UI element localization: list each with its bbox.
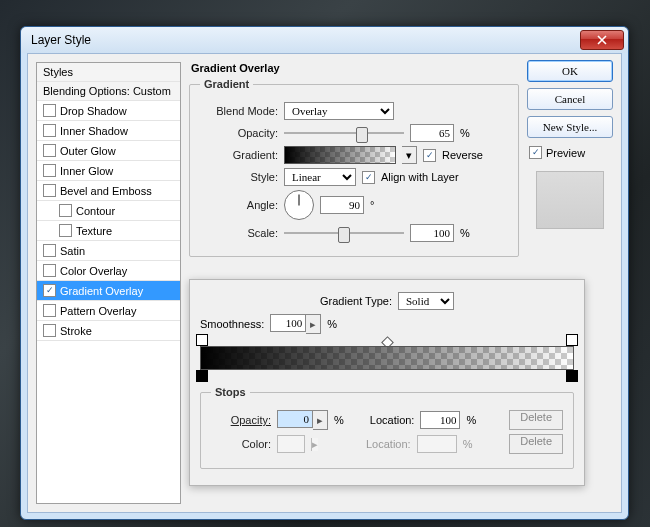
pct-label-2: % — [460, 227, 470, 239]
action-buttons: OK Cancel New Style... Preview — [527, 60, 613, 229]
ok-button[interactable]: OK — [527, 60, 613, 82]
gradient-type-select[interactable]: Solid — [398, 292, 454, 310]
pct-label-6: % — [463, 438, 473, 450]
smoothness-spinner[interactable]: ▸ — [270, 314, 321, 334]
align-label: Align with Layer — [381, 171, 459, 183]
stop-color-swatch — [277, 435, 305, 453]
sidebar-item-label: Pattern Overlay — [60, 305, 136, 317]
pct-label-5: % — [466, 414, 476, 426]
sidebar-item-outer-glow[interactable]: Outer Glow — [37, 141, 180, 161]
dialog-body: Styles Blending Options: Custom Drop Sha… — [27, 53, 622, 513]
stop-color-location-label: Location: — [366, 438, 411, 450]
sidebar-item-label: Inner Glow — [60, 165, 113, 177]
scale-input[interactable] — [410, 224, 454, 242]
sidebar-checkbox[interactable] — [43, 164, 56, 177]
sidebar-checkbox[interactable] — [59, 224, 72, 237]
gradient-editor-panel: Gradient Type: Solid Smoothness: ▸ % — [189, 279, 585, 486]
style-select[interactable]: Linear — [284, 168, 356, 186]
sidebar-item-texture[interactable]: Texture — [37, 221, 180, 241]
reverse-label: Reverse — [442, 149, 483, 161]
panel-title: Gradient Overlay — [191, 62, 519, 74]
sidebar-item-pattern-overlay[interactable]: Pattern Overlay — [37, 301, 180, 321]
cancel-button[interactable]: Cancel — [527, 88, 613, 110]
color-stop-left[interactable] — [196, 370, 208, 382]
sidebar-item-inner-shadow[interactable]: Inner Shadow — [37, 121, 180, 141]
scale-slider[interactable] — [284, 225, 404, 241]
close-icon — [597, 35, 607, 45]
titlebar[interactable]: Layer Style — [21, 27, 628, 53]
sidebar-item-label: Satin — [60, 245, 85, 257]
sidebar-item-bevel-and-emboss[interactable]: Bevel and Emboss — [37, 181, 180, 201]
delete-color-stop-button: Delete — [509, 434, 563, 454]
sidebar-checkbox[interactable] — [43, 244, 56, 257]
sidebar-item-label: Color Overlay — [60, 265, 127, 277]
sidebar-item-inner-glow[interactable]: Inner Glow — [37, 161, 180, 181]
opacity-label: Opacity: — [200, 127, 278, 139]
sidebar-header-styles[interactable]: Styles — [37, 63, 180, 82]
angle-input[interactable] — [320, 196, 364, 214]
stop-opacity-spinner[interactable]: ▸ — [277, 410, 328, 430]
gradient-dropdown-button[interactable]: ▾ — [402, 146, 417, 164]
stop-location-label: Location: — [370, 414, 415, 426]
blend-mode-select[interactable]: Overlay — [284, 102, 394, 120]
sidebar-item-gradient-overlay[interactable]: Gradient Overlay — [37, 281, 180, 301]
sidebar-item-label: Contour — [76, 205, 115, 217]
stop-opacity-label: Opacity: — [211, 414, 271, 426]
stops-fieldset: Stops Opacity: ▸ % Location: % Delete — [200, 386, 574, 469]
stop-location-input[interactable] — [420, 411, 460, 429]
stop-opacity-input[interactable] — [277, 410, 313, 428]
degree-label: ° — [370, 199, 374, 211]
opacity-stop-left[interactable] — [196, 334, 208, 346]
gradient-legend: Gradient — [200, 78, 253, 90]
opacity-stop-right[interactable] — [566, 334, 578, 346]
stop-color-label: Color: — [211, 438, 271, 450]
sidebar-item-stroke[interactable]: Stroke — [37, 321, 180, 341]
sidebar-item-drop-shadow[interactable]: Drop Shadow — [37, 101, 180, 121]
angle-label: Angle: — [200, 199, 278, 211]
sidebar-item-color-overlay[interactable]: Color Overlay — [37, 261, 180, 281]
preview-checkbox[interactable] — [529, 146, 542, 159]
sidebar-checkbox[interactable] — [43, 104, 56, 117]
sidebar-item-label: Stroke — [60, 325, 92, 337]
gradient-label: Gradient: — [200, 149, 278, 161]
align-checkbox[interactable] — [362, 171, 375, 184]
style-label: Style: — [200, 171, 278, 183]
sidebar-item-satin[interactable]: Satin — [37, 241, 180, 261]
gradient-swatch[interactable] — [284, 146, 396, 164]
delete-opacity-stop-button[interactable]: Delete — [509, 410, 563, 430]
pct-label-4: % — [334, 414, 344, 426]
sidebar-item-label: Outer Glow — [60, 145, 116, 157]
sidebar-checkbox[interactable] — [43, 144, 56, 157]
play-icon[interactable]: ▸ — [306, 314, 321, 334]
gradient-fieldset: Gradient Blend Mode: Overlay Opacity: % — [189, 78, 519, 257]
layer-style-dialog: Layer Style Styles Blending Options: Cus… — [20, 26, 629, 520]
sidebar-checkbox[interactable] — [59, 204, 72, 217]
close-button[interactable] — [580, 30, 624, 50]
sidebar-checkbox[interactable] — [43, 264, 56, 277]
sidebar-checkbox[interactable] — [43, 124, 56, 137]
sidebar-item-label: Bevel and Emboss — [60, 185, 152, 197]
opacity-slider[interactable] — [284, 125, 404, 141]
sidebar-checkbox[interactable] — [43, 304, 56, 317]
scale-label: Scale: — [200, 227, 278, 239]
sidebar-checkbox[interactable] — [43, 324, 56, 337]
stop-color-location-input — [417, 435, 457, 453]
gradient-bar[interactable] — [200, 346, 574, 370]
opacity-input[interactable] — [410, 124, 454, 142]
gradient-type-label: Gradient Type: — [320, 295, 392, 307]
sidebar-checkbox[interactable] — [43, 284, 56, 297]
preview-swatch — [536, 171, 604, 229]
window-title: Layer Style — [31, 33, 580, 47]
smoothness-label: Smoothness: — [200, 318, 264, 330]
angle-dial[interactable] — [284, 190, 314, 220]
sidebar-item-contour[interactable]: Contour — [37, 201, 180, 221]
pct-label: % — [460, 127, 470, 139]
color-stop-right[interactable] — [566, 370, 578, 382]
play-icon[interactable]: ▸ — [313, 410, 328, 430]
sidebar-item-label: Drop Shadow — [60, 105, 127, 117]
sidebar-checkbox[interactable] — [43, 184, 56, 197]
sidebar-header-blending[interactable]: Blending Options: Custom — [37, 82, 180, 101]
new-style-button[interactable]: New Style... — [527, 116, 613, 138]
reverse-checkbox[interactable] — [423, 149, 436, 162]
smoothness-input[interactable] — [270, 314, 306, 332]
